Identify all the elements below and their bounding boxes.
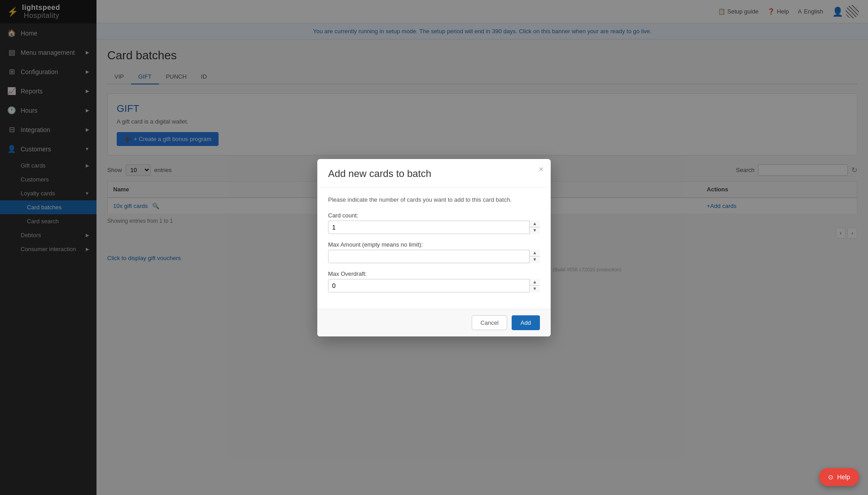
help-bubble-icon: ⊙	[828, 473, 833, 481]
card-count-spinner-buttons: ▲ ▼	[529, 221, 540, 234]
max-amount-label: Max Amount (empty means no limit):	[328, 241, 540, 248]
max-amount-group: Max Amount (empty means no limit): ▲ ▼	[328, 241, 540, 263]
modal-footer: Cancel Add	[317, 309, 551, 336]
max-overdraft-label: Max Overdraft:	[328, 270, 540, 277]
max-overdraft-spinner: ▲ ▼	[328, 279, 540, 292]
max-overdraft-group: Max Overdraft: ▲ ▼	[328, 270, 540, 292]
modal-header: Add new cards to batch ×	[317, 159, 551, 187]
max-overdraft-up-button[interactable]: ▲	[530, 279, 540, 286]
card-count-down-button[interactable]: ▼	[530, 227, 540, 234]
max-amount-input[interactable]	[328, 250, 540, 263]
card-count-input[interactable]	[328, 221, 540, 234]
modal: Add new cards to batch × Please indicate…	[317, 159, 551, 336]
card-count-spinner: ▲ ▼	[328, 221, 540, 234]
help-bubble[interactable]: ⊙ Help	[819, 468, 859, 486]
card-count-label: Card count:	[328, 212, 540, 219]
max-amount-spinner: ▲ ▼	[328, 250, 540, 263]
max-overdraft-spinner-buttons: ▲ ▼	[529, 279, 540, 292]
modal-title: Add new cards to batch	[328, 168, 540, 180]
cancel-button[interactable]: Cancel	[472, 315, 507, 330]
max-amount-up-button[interactable]: ▲	[530, 250, 540, 257]
add-button[interactable]: Add	[512, 315, 540, 330]
card-count-group: Card count: ▲ ▼	[328, 212, 540, 234]
modal-description: Please indicate the number of cards you …	[328, 196, 540, 203]
card-count-up-button[interactable]: ▲	[530, 221, 540, 228]
max-amount-spinner-buttons: ▲ ▼	[529, 250, 540, 263]
modal-close-button[interactable]: ×	[539, 165, 544, 173]
max-amount-down-button[interactable]: ▼	[530, 256, 540, 263]
modal-body: Please indicate the number of cards you …	[317, 187, 551, 309]
modal-overlay[interactable]: Add new cards to batch × Please indicate…	[0, 0, 868, 495]
max-overdraft-input[interactable]	[328, 279, 540, 292]
max-overdraft-down-button[interactable]: ▼	[530, 286, 540, 292]
